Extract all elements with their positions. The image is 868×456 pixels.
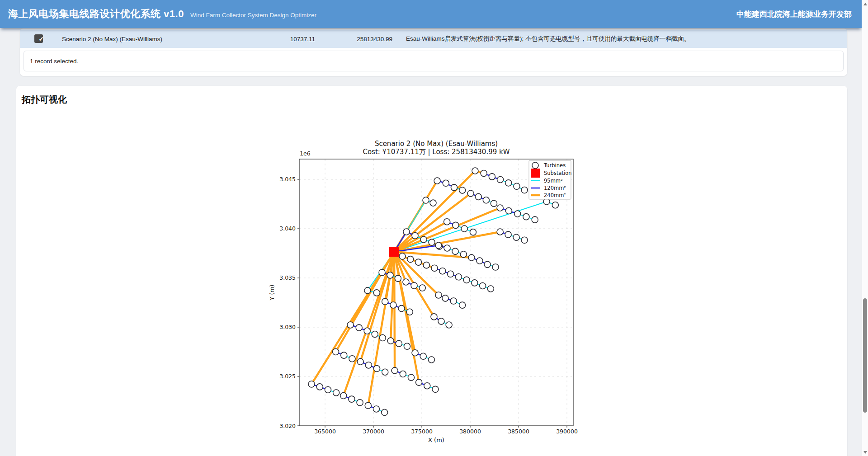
turbine-marker — [411, 282, 417, 289]
turbine-marker — [497, 229, 503, 235]
turbine-marker — [365, 402, 371, 409]
turbine-marker — [364, 328, 370, 334]
turbine-marker — [392, 367, 398, 374]
turbine-marker — [357, 400, 363, 406]
turbine-marker — [403, 229, 410, 235]
turbine-marker — [470, 229, 476, 235]
table-row[interactable]: ✓ Scenario 2 (No Max) (Esau-Williams) 10… — [20, 30, 847, 48]
turbine-marker — [382, 409, 388, 416]
turbine-marker — [308, 381, 315, 387]
turbine-marker — [333, 348, 339, 355]
turbine-marker — [450, 298, 457, 304]
turbine-marker — [468, 254, 475, 261]
turbine-marker — [514, 211, 521, 217]
chart-text: 3.045 — [279, 176, 296, 183]
turbine-marker — [431, 265, 438, 271]
turbine-marker — [475, 193, 481, 200]
row-checkbox[interactable]: ✓ — [34, 34, 43, 43]
app-header: 海上风电场集电线路设计优化系统 v1.0 Wind Farm Collector… — [0, 0, 862, 28]
turbine-marker — [333, 390, 340, 396]
chart-text: 380000 — [459, 428, 481, 435]
chart-text: 365000 — [314, 428, 336, 435]
turbine-marker — [387, 338, 394, 344]
turbine-marker — [444, 245, 450, 251]
turbine-marker — [340, 393, 347, 399]
turbine-marker — [341, 352, 347, 358]
turbine-marker — [455, 274, 462, 280]
turbine-marker — [532, 216, 538, 223]
chart-text: 390000 — [556, 428, 578, 435]
chart-text: 120mm² — [544, 185, 566, 191]
turbine-marker — [451, 184, 457, 191]
topology-chart: 3650003700003750003800003850003900003.02… — [244, 136, 606, 452]
turbine-marker — [356, 324, 362, 331]
turbine-marker — [430, 200, 436, 206]
app-title: 海上风电场集电线路设计优化系统 v1.0 — [8, 7, 184, 21]
turbine-marker — [407, 256, 414, 263]
turbine-marker — [412, 232, 418, 239]
turbine-marker — [481, 170, 487, 176]
turbine-marker — [435, 242, 442, 249]
turbine-marker — [444, 219, 450, 225]
scenario-name-cell: Scenario 2 (No Max) (Esau-Williams) — [62, 36, 162, 42]
turbine-marker — [459, 187, 466, 193]
turbine-marker — [497, 205, 503, 211]
checkmark-icon: ✓ — [39, 34, 44, 43]
turbine-marker — [442, 295, 448, 301]
turbine-marker — [483, 197, 489, 203]
scrollbar-down-icon[interactable] — [863, 451, 867, 454]
turbine-marker — [373, 366, 380, 372]
turbine-marker — [325, 386, 331, 393]
turbine-marker — [484, 261, 491, 268]
substation-marker — [389, 247, 399, 257]
turbine-marker — [387, 272, 393, 278]
turbine-marker — [439, 268, 446, 274]
turbine-marker — [399, 253, 406, 259]
turbine-marker — [452, 248, 458, 254]
turbine-marker — [349, 356, 355, 362]
turbine-marker — [349, 396, 355, 402]
turbine-marker — [443, 180, 449, 186]
turbine-marker — [398, 306, 405, 312]
turbine-marker — [459, 302, 466, 308]
turbine-marker — [372, 331, 378, 337]
turbine-marker — [460, 251, 467, 258]
page-scrollbar[interactable] — [862, 0, 868, 456]
chart-text: 3.035 — [279, 274, 296, 281]
turbine-marker — [420, 353, 426, 359]
legend-turbine-icon — [532, 162, 538, 169]
topology-card: 拓扑可视化 3650003700003750003800003850003900… — [16, 86, 847, 456]
scrollbar-thumb[interactable] — [863, 298, 867, 413]
turbine-marker — [428, 357, 434, 363]
turbine-marker — [416, 379, 422, 385]
turbine-marker — [412, 350, 418, 356]
turbine-marker — [521, 237, 528, 243]
turbine-marker — [316, 384, 323, 390]
turbine-marker — [461, 226, 467, 232]
chart-text: 3.020 — [279, 423, 296, 429]
chart-text: Substation — [544, 170, 571, 176]
turbine-marker — [505, 208, 512, 214]
turbine-marker — [489, 174, 495, 180]
chart-text: 3.040 — [279, 225, 296, 232]
scrollbar-up-icon[interactable] — [863, 3, 867, 5]
turbine-marker — [487, 286, 494, 292]
turbine-marker — [435, 292, 442, 298]
turbine-marker — [491, 200, 497, 207]
app-subtitle: Wind Farm Collector System Design Optimi… — [190, 12, 316, 19]
turbine-marker — [480, 282, 486, 289]
turbine-marker — [438, 318, 444, 324]
legend-substation-icon — [531, 169, 540, 178]
results-card: ✓ Scenario 2 (No Max) (Esau-Williams) 10… — [20, 28, 847, 76]
turbine-marker — [390, 302, 396, 308]
turbine-marker — [446, 322, 452, 328]
turbine-marker — [552, 202, 558, 208]
chart-text: 3.030 — [279, 324, 296, 330]
chart-text: 370000 — [363, 428, 384, 435]
turbine-marker — [357, 358, 363, 365]
turbine-marker — [505, 231, 511, 238]
turbine-marker — [431, 314, 437, 320]
turbine-marker — [419, 285, 425, 291]
selection-status: 1 record selected. — [24, 51, 844, 71]
chart-text: 375000 — [411, 428, 433, 435]
